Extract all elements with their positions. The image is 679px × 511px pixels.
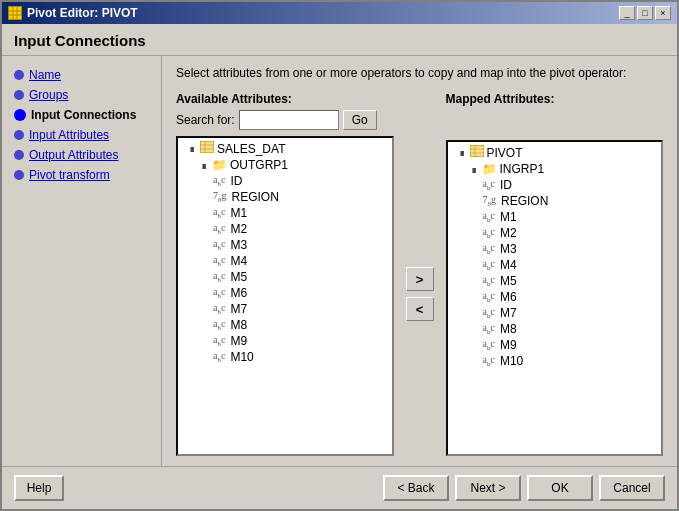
abc-icon-mapped-id: abc: [483, 178, 495, 192]
arrow-left-button[interactable]: <: [406, 297, 434, 321]
footer: Help < Back Next > OK Cancel: [2, 466, 677, 509]
tree-item-mapped-m8[interactable]: abc M8: [450, 321, 660, 337]
tree-label-avail-m5: M5: [230, 270, 247, 284]
tree-item-mapped-m2[interactable]: abc M2: [450, 225, 660, 241]
tree-label-mapped-region: REGION: [501, 194, 548, 208]
maximize-button[interactable]: □: [637, 6, 653, 20]
sidebar-link-name[interactable]: Name: [29, 68, 61, 82]
sidebar-link-input-attributes[interactable]: Input Attributes: [29, 128, 109, 142]
tree-item-mapped-m6[interactable]: abc M6: [450, 289, 660, 305]
sidebar-link-groups[interactable]: Groups: [29, 88, 68, 102]
footer-right-buttons: < Back Next > OK Cancel: [383, 475, 665, 501]
mapped-label: Mapped Attributes:: [446, 92, 664, 106]
sidebar: Name Groups Input Connections Input Attr…: [2, 56, 162, 466]
next-button[interactable]: Next >: [455, 475, 521, 501]
svg-rect-0: [9, 7, 21, 19]
sidebar-item-groups[interactable]: Groups: [10, 86, 153, 104]
tree-label-mapped-m6: M6: [500, 290, 517, 304]
tree-item-pivot[interactable]: ∎ PIVOT: [450, 144, 660, 161]
tree-item-avail-m1[interactable]: abc M1: [180, 205, 390, 221]
tree-label-pivot: PIVOT: [487, 146, 523, 160]
tree-item-avail-region[interactable]: 78g REGION: [180, 189, 390, 205]
sidebar-link-pivot-transform[interactable]: Pivot transform: [29, 168, 110, 182]
tree-item-avail-m7[interactable]: abc M7: [180, 301, 390, 317]
sidebar-item-input-attributes[interactable]: Input Attributes: [10, 126, 153, 144]
tree-label-mapped-m4: M4: [500, 258, 517, 272]
sidebar-dot-pivot-transform: [14, 170, 24, 180]
tree-item-avail-m2[interactable]: abc M2: [180, 221, 390, 237]
tree-item-avail-m3[interactable]: abc M3: [180, 237, 390, 253]
go-button[interactable]: Go: [343, 110, 377, 130]
close-button[interactable]: ×: [655, 6, 671, 20]
main-content: Name Groups Input Connections Input Attr…: [2, 56, 677, 466]
abc-icon-mapped-m8: abc: [483, 322, 495, 336]
sidebar-item-input-connections[interactable]: Input Connections: [10, 106, 153, 124]
tree-item-avail-m5[interactable]: abc M5: [180, 269, 390, 285]
mapped-spacer: [446, 110, 664, 136]
sidebar-link-output-attributes[interactable]: Output Attributes: [29, 148, 118, 162]
table-icon-sales-dat: [200, 141, 214, 153]
tree-item-mapped-m3[interactable]: abc M3: [450, 241, 660, 257]
app-icon: [8, 6, 22, 20]
sidebar-item-output-attributes[interactable]: Output Attributes: [10, 146, 153, 164]
available-label: Available Attributes:: [176, 92, 394, 106]
expand-icon-pivot[interactable]: ∎: [459, 147, 465, 158]
sidebar-item-name[interactable]: Name: [10, 66, 153, 84]
ok-button[interactable]: OK: [527, 475, 593, 501]
description-text: Select attributes from one or more opera…: [176, 66, 663, 80]
tree-item-mapped-m1[interactable]: abc M1: [450, 209, 660, 225]
tree-label-mapped-m3: M3: [500, 242, 517, 256]
sidebar-item-pivot-transform[interactable]: Pivot transform: [10, 166, 153, 184]
tree-item-mapped-m9[interactable]: abc M9: [450, 337, 660, 353]
tree-item-avail-id[interactable]: abc ID: [180, 173, 390, 189]
tree-item-avail-m4[interactable]: abc M4: [180, 253, 390, 269]
abc-icon-mapped-m10: abc: [483, 354, 495, 368]
abc-icon-m1: abc: [213, 206, 225, 220]
mapped-panel: Mapped Attributes: ∎: [446, 92, 664, 456]
tree-item-avail-m9[interactable]: abc M9: [180, 333, 390, 349]
tree-label-mapped-m2: M2: [500, 226, 517, 240]
tree-item-ingrp1[interactable]: ∎ 📁 INGRP1: [450, 161, 660, 177]
abc-icon-m8: abc: [213, 318, 225, 332]
tree-item-avail-m8[interactable]: abc M8: [180, 317, 390, 333]
search-label: Search for:: [176, 113, 235, 127]
tree-label-mapped-id: ID: [500, 178, 512, 192]
back-button[interactable]: < Back: [383, 475, 449, 501]
sidebar-dot-groups: [14, 90, 24, 100]
abc-icon-mapped-m7: abc: [483, 306, 495, 320]
tree-label-mapped-m5: M5: [500, 274, 517, 288]
tree-item-mapped-m4[interactable]: abc M4: [450, 257, 660, 273]
expand-icon-sales-dat[interactable]: ∎: [189, 143, 195, 154]
available-panel: Available Attributes: Search for: Go ∎: [176, 92, 394, 456]
content-area: Select attributes from one or more opera…: [162, 56, 677, 466]
expand-icon-outgrp1[interactable]: ∎: [201, 160, 207, 171]
folder-icon-ingrp1: 📁: [482, 162, 497, 176]
tree-item-avail-m10[interactable]: abc M10: [180, 349, 390, 365]
page-header: Input Connections: [2, 24, 677, 56]
abc-icon-m10: abc: [213, 350, 225, 364]
tree-item-outgrp1[interactable]: ∎ 📁 OUTGRP1: [180, 157, 390, 173]
arrow-right-button[interactable]: >: [406, 267, 434, 291]
tree-item-mapped-m7[interactable]: abc M7: [450, 305, 660, 321]
cancel-button[interactable]: Cancel: [599, 475, 665, 501]
search-input[interactable]: [239, 110, 339, 130]
minimize-button[interactable]: _: [619, 6, 635, 20]
tree-item-mapped-m10[interactable]: abc M10: [450, 353, 660, 369]
svg-rect-9: [470, 145, 484, 157]
tree-label-avail-m6: M6: [230, 286, 247, 300]
available-tree[interactable]: ∎ SALES_DAT: [176, 136, 394, 456]
tree-item-sales-dat[interactable]: ∎ SALES_DAT: [180, 140, 390, 157]
tree-item-mapped-m5[interactable]: abc M5: [450, 273, 660, 289]
search-row: Search for: Go: [176, 110, 394, 130]
abc-icon-mapped-m3: abc: [483, 242, 495, 256]
expand-icon-ingrp1[interactable]: ∎: [471, 164, 477, 175]
folder-icon-outgrp1: 📁: [212, 158, 227, 172]
help-button[interactable]: Help: [14, 475, 64, 501]
sidebar-dot-name: [14, 70, 24, 80]
arrows-column: > <: [404, 132, 436, 456]
tree-item-avail-m6[interactable]: abc M6: [180, 285, 390, 301]
tree-label-sales-dat: SALES_DAT: [217, 142, 285, 156]
tree-item-mapped-region[interactable]: 78g REGION: [450, 193, 660, 209]
mapped-tree[interactable]: ∎ PIVOT: [446, 140, 664, 456]
tree-item-mapped-id[interactable]: abc ID: [450, 177, 660, 193]
